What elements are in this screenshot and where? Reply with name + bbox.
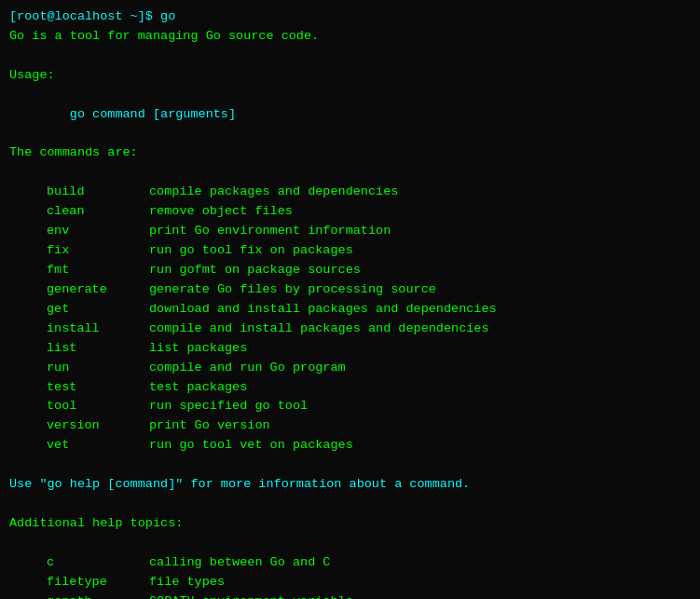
command-desc: generate Go files by processing source <box>149 280 436 300</box>
command-desc: compile and install packages and depende… <box>149 320 489 339</box>
commands-header: The commands are: <box>9 143 691 163</box>
command-desc: print Go version <box>149 416 270 436</box>
list-item: runcompile and run Go program <box>9 359 691 378</box>
topic-desc: file types <box>149 573 225 592</box>
topic-name: filetype <box>47 573 149 592</box>
command-desc: compile packages and dependencies <box>149 183 398 202</box>
topic-name: c <box>47 553 149 573</box>
list-item: buildcompile packages and dependencies <box>9 183 691 202</box>
command-name: get <box>47 300 149 320</box>
list-item: envprint Go environment information <box>9 222 691 241</box>
list-item: getdownload and install packages and dep… <box>9 300 691 320</box>
list-item: versionprint Go version <box>9 416 691 436</box>
blank-5 <box>9 456 691 475</box>
blank-6 <box>9 495 691 514</box>
commands-list: buildcompile packages and dependenciescl… <box>9 183 691 456</box>
command-desc: list packages <box>149 339 247 359</box>
list-item: listlist packages <box>9 339 691 359</box>
list-item: gopathGOPATH environment variable <box>9 592 691 599</box>
blank-2 <box>9 86 691 105</box>
command-name: fmt <box>47 261 149 280</box>
list-item: filetypefile types <box>9 573 691 592</box>
list-item: vetrun go tool vet on packages <box>9 436 691 456</box>
additional-header: Additional help topics: <box>9 514 691 534</box>
command-name: run <box>47 359 149 378</box>
usage-label: Usage: <box>9 66 691 86</box>
list-item: ccalling between Go and C <box>9 553 691 573</box>
list-item: fmtrun gofmt on package sources <box>9 261 691 280</box>
topic-name: gopath <box>47 592 149 599</box>
command-name: list <box>47 339 149 359</box>
command-name: env <box>47 222 149 241</box>
command-name: tool <box>47 397 149 416</box>
command-desc: print Go environment information <box>149 222 391 241</box>
command-name: clean <box>47 202 149 222</box>
help-command-line: Use "go help [command]" for more informa… <box>9 475 691 495</box>
list-item: installcompile and install packages and … <box>9 320 691 339</box>
topic-desc: GOPATH environment variable <box>149 592 353 599</box>
command-name: vet <box>47 436 149 456</box>
usage-cmd: go command [arguments] <box>9 105 691 125</box>
command-name: build <box>47 183 149 202</box>
topics-list: ccalling between Go and Cfiletypefile ty… <box>9 553 691 599</box>
command-desc: run go tool fix on packages <box>149 241 353 261</box>
command-desc: download and install packages and depend… <box>149 300 497 320</box>
command-desc: remove object files <box>149 202 293 222</box>
list-item: cleanremove object files <box>9 202 691 222</box>
blank-4 <box>9 163 691 183</box>
command-name: test <box>47 378 149 398</box>
prompt-line: [root@localhost ~]$ go <box>9 7 691 27</box>
blank-1 <box>9 47 691 66</box>
intro-line: Go is a tool for managing Go source code… <box>9 27 691 47</box>
command-name: generate <box>47 280 149 300</box>
command-name: version <box>47 416 149 436</box>
command-desc: run gofmt on package sources <box>149 261 361 280</box>
blank-7 <box>9 534 691 553</box>
command-desc: run go tool vet on packages <box>149 436 353 456</box>
blank-3 <box>9 125 691 144</box>
list-item: generategenerate Go files by processing … <box>9 280 691 300</box>
topic-desc: calling between Go and C <box>149 553 330 573</box>
command-name: fix <box>47 241 149 261</box>
command-desc: compile and run Go program <box>149 359 346 378</box>
list-item: fixrun go tool fix on packages <box>9 241 691 261</box>
command-desc: run specified go tool <box>149 397 308 416</box>
list-item: testtest packages <box>9 378 691 398</box>
list-item: toolrun specified go tool <box>9 397 691 416</box>
terminal: [root@localhost ~]$ go Go is a tool for … <box>9 7 691 599</box>
command-name: install <box>47 320 149 339</box>
command-desc: test packages <box>149 378 247 398</box>
